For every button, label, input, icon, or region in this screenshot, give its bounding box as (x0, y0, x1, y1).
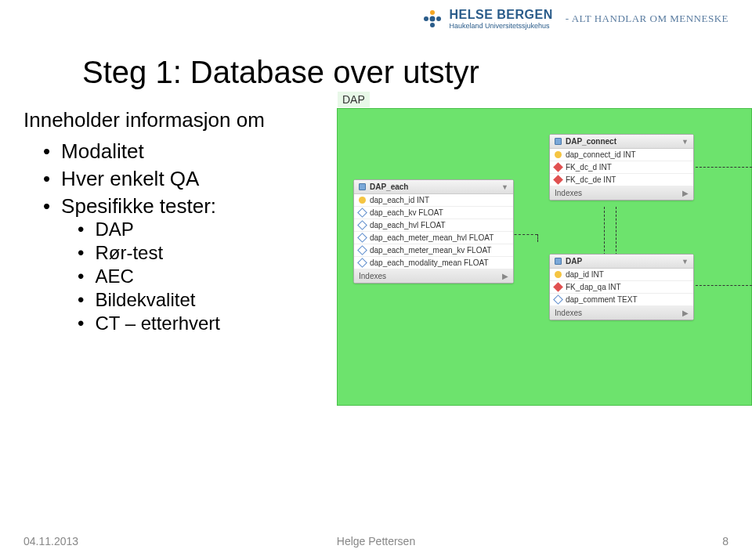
logo-main-text: HELSE BERGEN (450, 8, 553, 22)
logo-dots-icon (421, 8, 443, 30)
fk-icon (553, 282, 563, 292)
connector-line (696, 285, 752, 286)
db-table-header: DAP ▼ (550, 255, 693, 269)
connector-line (616, 207, 616, 255)
fk-icon (553, 162, 563, 172)
footer-author: Helge Pettersen (337, 535, 415, 547)
connector-line (604, 207, 605, 255)
table-row: dap_each_kv FLOAT (354, 207, 513, 219)
sub-list: DAP Rør-test AEC Bildekvalitet CT – ette… (78, 219, 220, 334)
connector-line (537, 234, 538, 242)
column-icon (357, 208, 367, 218)
slide-title: Steg 1: Database over utstyr (82, 55, 479, 90)
table-row: dap_each_id INT (354, 194, 513, 207)
table-row: FK_dc_de INT (550, 174, 693, 186)
list-item: DAP (78, 219, 220, 240)
key-icon (359, 197, 366, 204)
diagram-tab: DAP (338, 92, 370, 107)
chevron-down-icon: ▼ (682, 258, 689, 266)
table-row: dap_each_meter_mean_hvl FLOAT (354, 232, 513, 244)
svg-point-3 (436, 16, 441, 21)
table-row: dap_each_modality_mean FLOAT (354, 257, 513, 269)
table-icon (555, 138, 562, 145)
table-row: dap_id INT (550, 269, 693, 281)
column-icon (553, 294, 563, 305)
key-icon (555, 151, 562, 158)
list-item: AEC (78, 266, 220, 287)
logo-sub-text: Haukeland Universitetssjukehus (450, 22, 553, 30)
list-item: Hver enkelt QA (43, 167, 220, 191)
lead-text: Inneholder informasjon om (24, 108, 265, 132)
chevron-down-icon: ▼ (501, 183, 508, 191)
table-row: dap_connect_id INT (550, 149, 693, 161)
column-icon (357, 245, 367, 255)
svg-point-0 (430, 10, 435, 15)
column-icon (357, 258, 367, 268)
db-table-dap: DAP ▼ dap_id INT FK_dap_qa INT dap_comme… (549, 254, 694, 320)
table-row: dap_each_meter_mean_kv FLOAT (354, 244, 513, 257)
list-item: CT – etterhvert (78, 313, 220, 334)
table-row: dap_comment TEXT (550, 294, 693, 306)
connector-line (696, 167, 752, 168)
table-icon (555, 258, 562, 265)
column-icon (357, 220, 367, 230)
key-icon (555, 271, 562, 278)
svg-point-2 (429, 16, 435, 22)
indexes-row: Indexes▶ (354, 269, 513, 283)
db-table-header: DAP_each ▼ (354, 180, 513, 194)
table-icon (359, 183, 366, 190)
list-item: Bildekvalitet (78, 289, 220, 311)
table-row: FK_dc_d INT (550, 161, 693, 174)
chevron-down-icon: ▼ (682, 138, 689, 146)
indexes-row: Indexes▶ (550, 186, 693, 200)
db-diagram: DAP DAP_connect ▼ dap_connect_id INT FK_… (337, 108, 752, 406)
db-table-name: DAP_connect (566, 137, 616, 146)
fk-icon (553, 175, 563, 185)
db-table-name: DAP_each (370, 182, 408, 191)
footer-date: 04.11.2013 (24, 535, 78, 547)
list-item: Modalitet (43, 139, 220, 164)
list-item: Spesifikke tester: DAP Rør-test AEC Bild… (43, 194, 220, 334)
svg-point-4 (430, 23, 435, 27)
arrow-right-icon: ▶ (682, 189, 689, 197)
org-logo: HELSE BERGEN Haukeland Universitetssjuke… (421, 8, 728, 30)
table-row: FK_dap_qa INT (550, 281, 693, 294)
db-table-dap-each: DAP_each ▼ dap_each_id INT dap_each_kv F… (353, 179, 514, 284)
list-item: Rør-test (78, 242, 220, 264)
table-row: dap_each_hvl FLOAT (354, 219, 513, 232)
arrow-right-icon: ▶ (502, 272, 508, 280)
indexes-row: Indexes▶ (550, 306, 693, 320)
bullet-list: Modalitet Hver enkelt QA Spesifikke test… (43, 139, 220, 338)
db-table-header: DAP_connect ▼ (550, 135, 693, 149)
arrow-right-icon: ▶ (682, 309, 689, 317)
logo-tagline: - ALT HANDLAR OM MENNESKE (566, 13, 728, 25)
svg-point-1 (424, 16, 428, 21)
db-table-dap-connect: DAP_connect ▼ dap_connect_id INT FK_dc_d… (549, 134, 694, 201)
footer-page: 8 (722, 535, 728, 547)
column-icon (357, 233, 367, 243)
db-table-name: DAP (566, 257, 582, 266)
